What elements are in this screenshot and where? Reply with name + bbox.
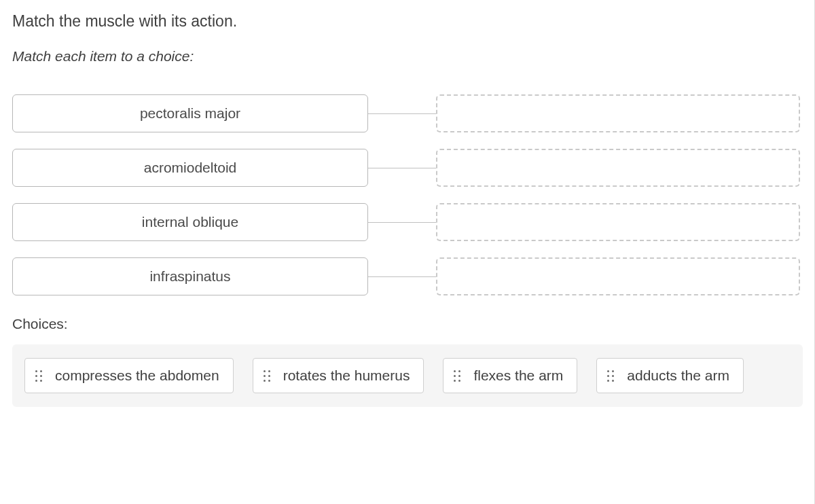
match-row: infraspinatus	[12, 257, 803, 295]
drop-target-3[interactable]	[436, 203, 800, 241]
choice-flexes-the-arm[interactable]: flexes the arm	[443, 358, 577, 393]
connector-line	[368, 276, 436, 277]
match-row: acromiodeltoid	[12, 149, 803, 187]
choice-label: adducts the arm	[627, 367, 729, 384]
choice-rotates-the-humerus[interactable]: rotates the humerus	[253, 358, 424, 393]
drag-handle-icon	[263, 370, 271, 382]
match-row: pectoralis major	[12, 94, 803, 132]
drop-target-4[interactable]	[436, 257, 800, 295]
connector-line	[368, 168, 436, 168]
drop-target-1[interactable]	[436, 94, 800, 132]
drag-handle-icon	[453, 370, 461, 382]
connector-line	[368, 113, 436, 114]
choices-tray: compresses the abdomen rotates the humer…	[12, 344, 803, 407]
drag-handle-icon	[606, 370, 615, 382]
match-row: internal oblique	[12, 203, 803, 241]
prompt-pectoralis-major: pectoralis major	[12, 94, 368, 132]
drag-handle-icon	[35, 370, 43, 382]
question-title: Match the muscle with its action.	[12, 12, 803, 31]
match-area: pectoralis major acromiodeltoid internal…	[12, 94, 803, 295]
choice-label: flexes the arm	[473, 367, 563, 384]
connector-line	[368, 222, 436, 223]
prompt-acromiodeltoid: acromiodeltoid	[12, 149, 368, 187]
drop-target-2[interactable]	[436, 149, 800, 187]
choice-adducts-the-arm[interactable]: adducts the arm	[596, 358, 744, 393]
choice-label: rotates the humerus	[283, 367, 410, 384]
choice-label: compresses the abdomen	[55, 367, 219, 384]
choices-label: Choices:	[12, 316, 803, 332]
choice-compresses-the-abdomen[interactable]: compresses the abdomen	[24, 358, 234, 393]
question-instruction: Match each item to a choice:	[12, 48, 803, 65]
prompt-infraspinatus: infraspinatus	[12, 257, 368, 295]
prompt-internal-oblique: internal oblique	[12, 203, 368, 241]
